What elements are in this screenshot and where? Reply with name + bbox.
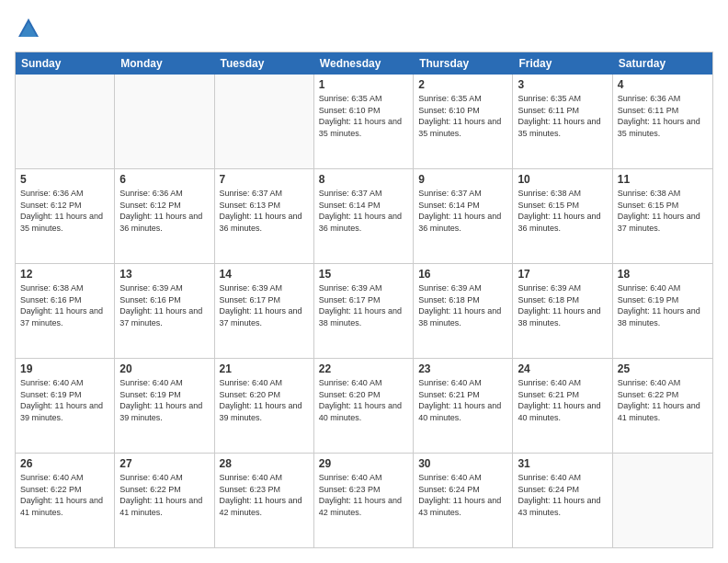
day-number: 26 [20,457,109,470]
header-cell-friday: Friday [513,52,612,75]
calendar-cell: 22Sunrise: 6:40 AMSunset: 6:20 PMDayligh… [314,359,414,453]
calendar-cell: 13Sunrise: 6:39 AMSunset: 6:16 PMDayligh… [115,264,214,358]
calendar-cell: 23Sunrise: 6:40 AMSunset: 6:21 PMDayligh… [414,359,513,453]
calendar-cell [215,75,314,168]
calendar-row-4: 19Sunrise: 6:40 AMSunset: 6:19 PMDayligh… [16,358,712,453]
day-info: Sunrise: 6:35 AMSunset: 6:11 PMDaylight:… [518,93,607,139]
day-info: Sunrise: 6:40 AMSunset: 6:21 PMDaylight:… [518,377,607,423]
day-info: Sunrise: 6:39 AMSunset: 6:17 PMDaylight:… [220,282,309,328]
day-number: 4 [618,78,708,91]
header-cell-sunday: Sunday [16,52,115,75]
calendar: SundayMondayTuesdayWednesdayThursdayFrid… [15,52,713,548]
day-info: Sunrise: 6:40 AMSunset: 6:19 PMDaylight:… [20,377,109,423]
day-info: Sunrise: 6:40 AMSunset: 6:22 PMDaylight:… [618,377,708,423]
day-number: 11 [618,173,708,186]
day-number: 21 [220,362,309,375]
calendar-cell: 9Sunrise: 6:37 AMSunset: 6:14 PMDaylight… [414,169,513,263]
day-info: Sunrise: 6:39 AMSunset: 6:18 PMDaylight:… [518,282,607,328]
calendar-row-1: 1Sunrise: 6:35 AMSunset: 6:10 PMDaylight… [16,75,712,168]
day-info: Sunrise: 6:37 AMSunset: 6:14 PMDaylight:… [418,188,507,234]
day-number: 31 [518,457,607,470]
calendar-header: SundayMondayTuesdayWednesdayThursdayFrid… [16,52,712,75]
calendar-cell: 26Sunrise: 6:40 AMSunset: 6:22 PMDayligh… [16,454,115,547]
day-info: Sunrise: 6:40 AMSunset: 6:24 PMDaylight:… [418,472,507,518]
calendar-cell: 5Sunrise: 6:36 AMSunset: 6:12 PMDaylight… [16,169,115,263]
header-cell-wednesday: Wednesday [314,52,414,75]
calendar-cell: 15Sunrise: 6:39 AMSunset: 6:17 PMDayligh… [314,264,414,358]
calendar-cell: 1Sunrise: 6:35 AMSunset: 6:10 PMDaylight… [314,75,414,168]
calendar-cell: 12Sunrise: 6:38 AMSunset: 6:16 PMDayligh… [16,264,115,358]
day-info: Sunrise: 6:39 AMSunset: 6:16 PMDaylight:… [119,282,209,328]
day-number: 30 [418,457,507,470]
day-info: Sunrise: 6:40 AMSunset: 6:22 PMDaylight:… [20,472,109,518]
day-info: Sunrise: 6:38 AMSunset: 6:15 PMDaylight:… [518,188,607,234]
logo [15,15,46,42]
day-info: Sunrise: 6:40 AMSunset: 6:20 PMDaylight:… [319,377,408,423]
day-info: Sunrise: 6:40 AMSunset: 6:19 PMDaylight:… [119,377,209,423]
calendar-cell: 10Sunrise: 6:38 AMSunset: 6:15 PMDayligh… [513,169,612,263]
calendar-row-3: 12Sunrise: 6:38 AMSunset: 6:16 PMDayligh… [16,263,712,358]
calendar-cell: 4Sunrise: 6:36 AMSunset: 6:11 PMDaylight… [613,75,712,168]
day-info: Sunrise: 6:39 AMSunset: 6:17 PMDaylight:… [319,282,408,328]
day-info: Sunrise: 6:40 AMSunset: 6:23 PMDaylight:… [319,472,408,518]
calendar-cell [16,75,115,168]
calendar-cell: 14Sunrise: 6:39 AMSunset: 6:17 PMDayligh… [215,264,314,358]
day-number: 24 [518,362,607,375]
calendar-cell: 21Sunrise: 6:40 AMSunset: 6:20 PMDayligh… [215,359,314,453]
calendar-cell: 24Sunrise: 6:40 AMSunset: 6:21 PMDayligh… [513,359,612,453]
day-number: 9 [418,173,507,186]
day-info: Sunrise: 6:37 AMSunset: 6:13 PMDaylight:… [220,188,309,234]
day-number: 15 [319,268,408,281]
day-number: 20 [119,362,209,375]
calendar-cell: 3Sunrise: 6:35 AMSunset: 6:11 PMDaylight… [513,75,612,168]
day-info: Sunrise: 6:40 AMSunset: 6:20 PMDaylight:… [220,377,309,423]
day-number: 12 [20,268,109,281]
day-number: 29 [319,457,408,470]
calendar-cell: 27Sunrise: 6:40 AMSunset: 6:22 PMDayligh… [115,454,214,547]
day-info: Sunrise: 6:40 AMSunset: 6:21 PMDaylight:… [418,377,507,423]
calendar-cell [613,454,712,547]
calendar-cell [115,75,214,168]
day-number: 13 [119,268,209,281]
day-info: Sunrise: 6:40 AMSunset: 6:22 PMDaylight:… [119,472,209,518]
day-info: Sunrise: 6:37 AMSunset: 6:14 PMDaylight:… [319,188,408,234]
day-number: 6 [119,173,209,186]
calendar-body: 1Sunrise: 6:35 AMSunset: 6:10 PMDaylight… [16,75,712,547]
day-number: 2 [418,78,507,91]
calendar-cell: 18Sunrise: 6:40 AMSunset: 6:19 PMDayligh… [613,264,712,358]
header-cell-thursday: Thursday [414,52,513,75]
header-cell-monday: Monday [115,52,214,75]
day-number: 22 [319,362,408,375]
calendar-cell: 6Sunrise: 6:36 AMSunset: 6:12 PMDaylight… [115,169,214,263]
day-info: Sunrise: 6:38 AMSunset: 6:15 PMDaylight:… [618,188,708,234]
day-info: Sunrise: 6:35 AMSunset: 6:10 PMDaylight:… [319,93,408,139]
day-number: 27 [119,457,209,470]
day-info: Sunrise: 6:38 AMSunset: 6:16 PMDaylight:… [20,282,109,328]
day-number: 14 [220,268,309,281]
day-info: Sunrise: 6:36 AMSunset: 6:12 PMDaylight:… [119,188,209,234]
day-info: Sunrise: 6:36 AMSunset: 6:12 PMDaylight:… [20,188,109,234]
day-info: Sunrise: 6:36 AMSunset: 6:11 PMDaylight:… [618,93,708,139]
day-info: Sunrise: 6:39 AMSunset: 6:18 PMDaylight:… [418,282,507,328]
calendar-cell: 28Sunrise: 6:40 AMSunset: 6:23 PMDayligh… [215,454,314,547]
calendar-cell: 11Sunrise: 6:38 AMSunset: 6:15 PMDayligh… [613,169,712,263]
calendar-cell: 29Sunrise: 6:40 AMSunset: 6:23 PMDayligh… [314,454,414,547]
calendar-cell: 30Sunrise: 6:40 AMSunset: 6:24 PMDayligh… [414,454,513,547]
day-number: 3 [518,78,607,91]
header-cell-tuesday: Tuesday [215,52,314,75]
day-info: Sunrise: 6:40 AMSunset: 6:19 PMDaylight:… [618,282,708,328]
calendar-cell: 17Sunrise: 6:39 AMSunset: 6:18 PMDayligh… [513,264,612,358]
logo-icon [15,15,42,42]
day-number: 10 [518,173,607,186]
calendar-cell: 19Sunrise: 6:40 AMSunset: 6:19 PMDayligh… [16,359,115,453]
day-number: 23 [418,362,507,375]
day-info: Sunrise: 6:35 AMSunset: 6:10 PMDaylight:… [418,93,507,139]
calendar-cell: 31Sunrise: 6:40 AMSunset: 6:24 PMDayligh… [513,454,612,547]
day-number: 19 [20,362,109,375]
calendar-cell: 25Sunrise: 6:40 AMSunset: 6:22 PMDayligh… [613,359,712,453]
day-number: 17 [518,268,607,281]
day-number: 8 [319,173,408,186]
calendar-cell: 2Sunrise: 6:35 AMSunset: 6:10 PMDaylight… [414,75,513,168]
calendar-row-5: 26Sunrise: 6:40 AMSunset: 6:22 PMDayligh… [16,453,712,547]
header-cell-saturday: Saturday [613,52,712,75]
